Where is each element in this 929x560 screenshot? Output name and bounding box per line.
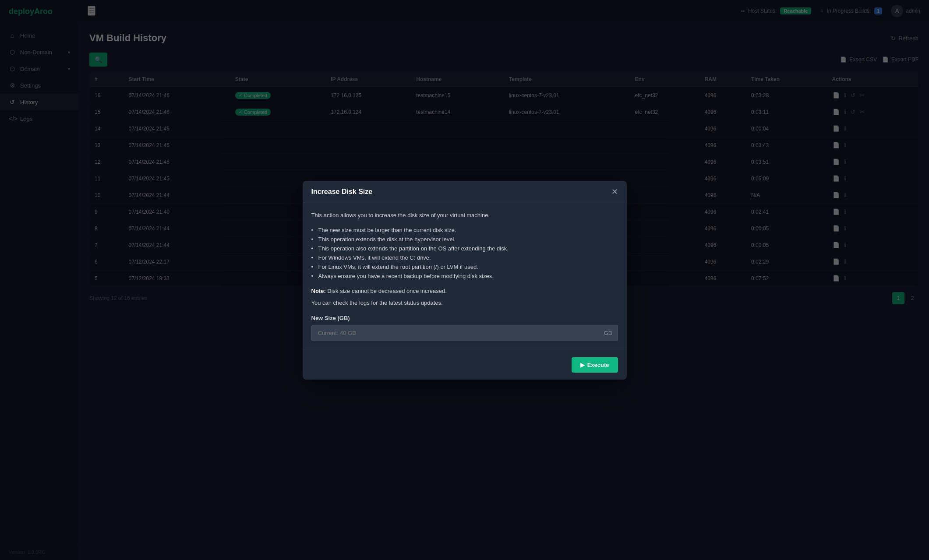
execute-label: Execute <box>587 362 609 368</box>
modal-note: Note: Disk size cannot be decreased once… <box>311 288 618 294</box>
modal-title: Increase Disk Size <box>311 188 373 196</box>
increase-disk-modal: Increase Disk Size ✕ This action allows … <box>303 181 627 380</box>
modal-header: Increase Disk Size ✕ <box>303 181 627 203</box>
modal-bullet-item: For Windows VMs, it will extend the C: d… <box>311 253 618 262</box>
modal-body: This action allows you to increase the d… <box>303 203 627 350</box>
modal-field-label: New Size (GB) <box>311 315 618 321</box>
modal-input-row: GB <box>311 325 618 341</box>
modal-log-note: You can check the logs for the latest st… <box>311 299 618 306</box>
modal-overlay[interactable]: Increase Disk Size ✕ This action allows … <box>0 0 929 560</box>
modal-bullet-item: This operation extends the disk at the h… <box>311 235 618 244</box>
modal-bullet-item: The new size must be larger than the cur… <box>311 225 618 235</box>
disk-size-unit: GB <box>599 325 618 341</box>
modal-note-text: Disk size cannot be decreased once incre… <box>327 288 446 294</box>
disk-size-input[interactable] <box>311 325 599 341</box>
modal-bullet-item: This operation also extends the partitio… <box>311 244 618 253</box>
modal-footer: ▶ Execute <box>303 350 627 380</box>
modal-bullet-item: Always ensure you have a recent backup b… <box>311 271 618 281</box>
modal-description: This action allows you to increase the d… <box>311 212 618 218</box>
modal-bullet-item: For Linux VMs, it will extend the root p… <box>311 262 618 271</box>
modal-bullets: The new size must be larger than the cur… <box>311 225 618 281</box>
execute-button[interactable]: ▶ Execute <box>572 357 618 373</box>
modal-close-button[interactable]: ✕ <box>611 188 618 196</box>
play-icon: ▶ <box>580 362 585 368</box>
